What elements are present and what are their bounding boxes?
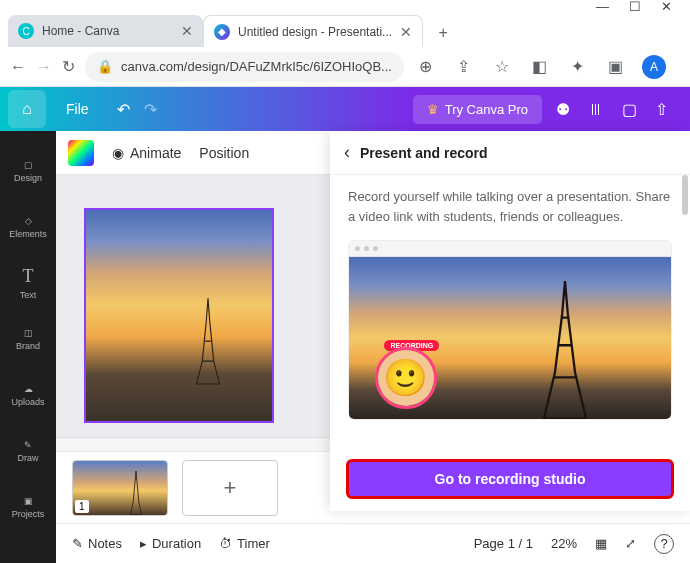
slide-image [86,210,272,421]
home-icon: ⌂ [22,100,32,118]
panel-title: Present and record [360,145,488,161]
file-menu[interactable]: File [50,87,105,131]
duration-button[interactable]: ▸Duration [140,536,201,551]
url-input[interactable]: 🔒 canva.com/design/DAFuZMrkI5c/6IZOHIoQB… [85,52,404,82]
uploads-icon: ☁ [24,384,33,394]
panel-description: Record yourself while talking over a pre… [348,187,672,226]
presenter-bubble: 🙂 [375,347,437,409]
preview-image: RECORDING 🙂 [349,257,671,419]
url-text: canva.com/design/DAFuZMrkI5c/6IZOHIoQB..… [121,59,392,74]
bookmark-star-icon[interactable]: ☆ [490,55,514,79]
extensions-puzzle-icon[interactable]: ✦ [566,55,590,79]
timer-icon: ⏱ [219,536,232,551]
recording-preview: RECORDING 🙂 [348,240,672,420]
thumbnail-number: 1 [75,500,89,513]
brand-icon: ◫ [24,328,33,338]
go-to-recording-studio-button[interactable]: Go to recording studio [346,459,674,499]
sidebar-item-draw[interactable]: ✎Draw [0,423,56,479]
sidebar-item-text[interactable]: TText [0,255,56,311]
collaborators-icon[interactable]: ⚉ [556,100,570,119]
panel-header: ‹ Present and record [330,131,690,175]
profile-avatar[interactable]: A [642,55,666,79]
position-button[interactable]: Position [199,145,249,161]
minimize-icon[interactable]: — [596,0,609,14]
notes-icon: ✎ [72,536,83,551]
address-bar: ← → ↻ 🔒 canva.com/design/DAFuZMrkI5c/6IZ… [0,47,690,87]
home-button[interactable]: ⌂ [8,90,46,128]
help-button[interactable]: ? [654,534,674,554]
share-icon[interactable]: ⇧ [655,100,668,119]
sidebar-item-brand[interactable]: ◫Brand [0,311,56,367]
close-window-icon[interactable]: ✕ [661,0,672,14]
zoom-level[interactable]: 22% [551,536,577,551]
tab-home-canva[interactable]: C Home - Canva ✕ [8,15,203,47]
slide-thumbnail-1[interactable]: 1 [72,460,168,516]
reload-button[interactable]: ↻ [62,55,75,79]
duration-icon: ▸ [140,536,147,551]
timer-button[interactable]: ⏱Timer [219,536,270,551]
try-pro-label: Try Canva Pro [445,102,528,117]
panel-back-button[interactable]: ‹ [344,142,350,163]
text-icon: T [23,266,34,287]
tab-title: Home - Canva [42,24,119,38]
undo-button[interactable]: ↶ [117,100,130,119]
draw-icon: ✎ [24,440,32,450]
face-icon: 🙂 [378,350,434,406]
crown-icon: ♛ [427,102,439,117]
back-button[interactable]: ← [10,55,26,79]
elements-icon: ◇ [25,216,32,226]
panel-scrollbar[interactable] [682,175,688,215]
share-url-icon[interactable]: ⇪ [452,55,476,79]
maximize-icon[interactable]: ☐ [629,0,641,14]
app-header: ⌂ File ↶ ↷ ♛ Try Canva Pro ⚉ ⫼ ▢ ⇧ [0,87,690,131]
color-picker[interactable] [68,140,94,166]
try-canva-pro-button[interactable]: ♛ Try Canva Pro [413,95,542,124]
panel-footer: Go to recording studio [330,447,690,511]
fullscreen-icon[interactable]: ⤢ [625,536,636,551]
page-indicator[interactable]: Page 1 / 1 [474,536,533,551]
slide-canvas[interactable] [84,208,274,423]
favicon-canva-icon: C [18,23,34,39]
extension-icon[interactable]: ◧ [528,55,552,79]
projects-icon: ▣ [24,496,33,506]
browser-tabstrip: C Home - Canva ✕ ◆ Untitled design - Pre… [0,12,690,47]
favicon-design-icon: ◆ [214,24,230,40]
animate-button[interactable]: ◉ Animate [112,145,181,161]
tab-title: Untitled design - Presentati... [238,25,392,39]
redo-button[interactable]: ↷ [144,100,157,119]
lock-icon: 🔒 [97,59,113,74]
editor-footer: ✎Notes ▸Duration ⏱Timer Page 1 / 1 22% ▦… [56,523,690,563]
analytics-icon[interactable]: ⫼ [588,100,604,119]
panel-body: Record yourself while talking over a pre… [330,175,690,447]
sidepanel-icon[interactable]: ▣ [604,55,628,79]
close-tab-icon[interactable]: ✕ [400,24,412,40]
preview-chrome [349,241,671,257]
sidebar-item-uploads[interactable]: ☁Uploads [0,367,56,423]
zoom-icon[interactable]: ⊕ [414,55,438,79]
sidebar-item-elements[interactable]: ◇Elements [0,199,56,255]
left-sidebar: ▢Design ◇Elements TText ◫Brand ☁Uploads … [0,131,56,563]
close-tab-icon[interactable]: ✕ [181,23,193,39]
forward-button[interactable]: → [36,55,52,79]
present-icon[interactable]: ▢ [622,100,637,119]
browser-menu-icon[interactable]: ⋮ [680,55,690,79]
add-slide-button[interactable]: + [182,460,278,516]
new-tab-button[interactable]: + [429,19,457,47]
grid-view-icon[interactable]: ▦ [595,536,607,551]
animate-icon: ◉ [112,145,124,161]
design-icon: ▢ [24,160,33,170]
notes-button[interactable]: ✎Notes [72,536,122,551]
sidebar-item-projects[interactable]: ▣Projects [0,479,56,535]
sidebar-item-design[interactable]: ▢Design [0,143,56,199]
tab-untitled-design[interactable]: ◆ Untitled design - Presentati... ✕ [203,15,423,47]
present-record-panel: ‹ Present and record Record yourself whi… [330,131,690,511]
window-controls: — ☐ ✕ [0,0,690,12]
